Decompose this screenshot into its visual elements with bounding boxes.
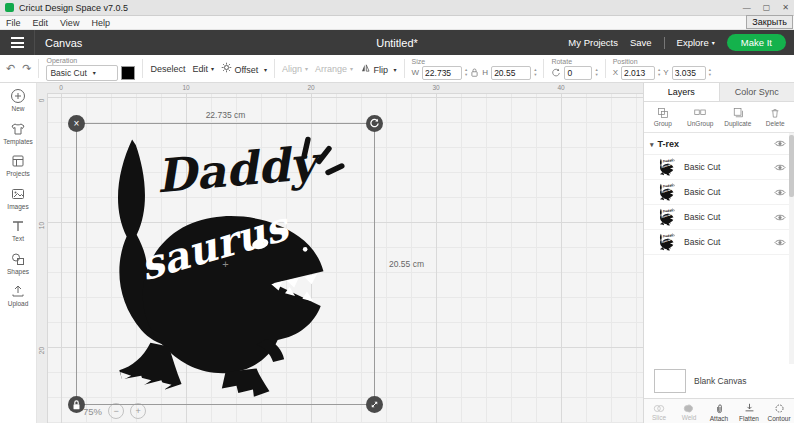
eye-icon[interactable]: [774, 188, 786, 197]
blank-canvas-label: Blank Canvas: [694, 376, 746, 386]
slice-button[interactable]: Slice: [644, 399, 674, 423]
layer-row[interactable]: Basic Cut: [644, 180, 794, 205]
blank-canvas-row[interactable]: Blank Canvas: [644, 364, 794, 398]
scrollbar-thumb[interactable]: [789, 135, 794, 197]
duplicate-button[interactable]: Duplicate: [719, 102, 757, 132]
rotate-handle-icon[interactable]: [366, 115, 383, 132]
design-text-line1: Daddy: [154, 135, 325, 203]
menu-help[interactable]: Help: [91, 18, 110, 28]
menu-bar: File Edit View Help: [0, 16, 794, 30]
y-label: Y: [663, 68, 668, 77]
panel-tabs: Layers Color Sync: [644, 83, 794, 102]
eye-icon[interactable]: [774, 139, 786, 148]
position-label: Position: [613, 58, 711, 65]
menu-edit[interactable]: Edit: [33, 18, 49, 28]
layer-row[interactable]: Basic Cut: [644, 230, 794, 255]
sidebar-item-projects[interactable]: Projects: [0, 153, 36, 177]
delete-handle-icon[interactable]: ×: [68, 115, 85, 132]
contour-button[interactable]: Contour: [764, 399, 794, 423]
arrange-dropdown[interactable]: Arrange: [315, 64, 353, 74]
offset-button[interactable]: Offset: [221, 62, 267, 75]
blank-canvas-swatch[interactable]: [654, 369, 686, 393]
resize-handle-icon[interactable]: [366, 396, 383, 413]
offset-icon: [221, 62, 232, 73]
sidebar-item-shapes[interactable]: Shapes: [0, 251, 36, 275]
zoom-out-icon[interactable]: −: [108, 403, 124, 419]
selection-bounding-box[interactable]: 22.735 cm 20.55 cm: [76, 123, 375, 405]
width-label: W: [412, 68, 420, 77]
document-title: Untitled*: [376, 37, 418, 49]
zoom-controls: 75% − +: [83, 403, 146, 419]
chevron-down-icon[interactable]: [650, 139, 654, 149]
sidebar-item-images[interactable]: Images: [0, 186, 36, 210]
align-dropdown[interactable]: Align: [282, 64, 308, 74]
color-swatch[interactable]: [121, 66, 135, 80]
width-stepper[interactable]: [465, 68, 467, 77]
lock-ratio-icon[interactable]: [470, 67, 479, 78]
deselect-button[interactable]: Deselect: [150, 64, 185, 74]
new-plus-icon: [10, 88, 26, 104]
close-icon[interactable]: ✕: [782, 3, 789, 12]
horizontal-ruler: 0 10 20 30 40: [37, 83, 643, 94]
height-input[interactable]: [491, 66, 531, 80]
ungroup-icon: [694, 107, 706, 119]
sidebar-item-new[interactable]: New: [0, 88, 36, 112]
save-link[interactable]: Save: [630, 37, 652, 48]
zoom-level[interactable]: 75%: [83, 406, 102, 417]
undo-icon[interactable]: ↶: [6, 62, 15, 75]
sidebar-item-text[interactable]: Text: [0, 218, 36, 242]
layer-thumbnail: [656, 183, 678, 201]
minimize-icon[interactable]: —: [743, 3, 751, 12]
design-canvas[interactable]: 0 10 20 30 40 0 10 20 22.735 cm 20.55 cm: [37, 83, 643, 423]
lock-handle-icon[interactable]: [68, 396, 85, 413]
eye-icon[interactable]: [774, 163, 786, 172]
my-projects-link[interactable]: My Projects: [568, 37, 618, 48]
layer-row[interactable]: Basic Cut: [644, 155, 794, 180]
operation-select[interactable]: Basic Cut: [46, 65, 118, 81]
group-button[interactable]: Group: [644, 102, 682, 132]
eye-icon[interactable]: [774, 238, 786, 247]
explore-dropdown[interactable]: Explore: [677, 37, 715, 48]
sidebar-item-upload[interactable]: Upload: [0, 283, 36, 307]
zoom-in-icon[interactable]: +: [130, 403, 146, 419]
height-stepper[interactable]: [534, 68, 536, 77]
title-bar: Cricut Design Space v7.0.5 — ▢ ✕: [0, 0, 794, 16]
x-stepper[interactable]: [658, 68, 660, 77]
edit-dropdown[interactable]: Edit: [192, 64, 214, 74]
rotate-icon: [551, 68, 561, 78]
sidebar-item-templates[interactable]: Templates: [0, 121, 36, 145]
layer-group-name: T-rex: [658, 139, 680, 149]
menu-file[interactable]: File: [6, 18, 21, 28]
make-it-button[interactable]: Make It: [727, 34, 786, 51]
text-icon: [10, 218, 26, 234]
delete-button[interactable]: Delete: [757, 102, 794, 132]
layer-label: Basic Cut: [684, 187, 720, 197]
layers-scrollbar[interactable]: [789, 133, 794, 364]
menu-view[interactable]: View: [60, 18, 79, 28]
shapes-icon: [10, 251, 26, 267]
tab-color-sync[interactable]: Color Sync: [719, 83, 794, 101]
y-input[interactable]: [672, 66, 706, 80]
x-input[interactable]: [621, 66, 655, 80]
flip-dropdown[interactable]: Flip: [360, 63, 397, 75]
eye-icon[interactable]: [774, 213, 786, 222]
redo-icon[interactable]: ↷: [22, 62, 31, 75]
layer-row[interactable]: Basic Cut: [644, 205, 794, 230]
y-stepper[interactable]: [709, 68, 711, 77]
rotate-stepper[interactable]: [595, 68, 597, 77]
layer-group-row[interactable]: T-rex: [644, 133, 794, 155]
edit-toolbar: ↶ ↷ Operation Basic Cut Deselect Edit Of…: [0, 55, 794, 83]
tab-layers[interactable]: Layers: [644, 83, 719, 101]
rotate-label: Rotate: [551, 58, 597, 65]
weld-button[interactable]: Weld: [674, 399, 704, 423]
hamburger-menu-icon[interactable]: [0, 30, 35, 55]
flatten-button[interactable]: Flatten: [734, 399, 764, 423]
ungroup-button[interactable]: UnGroup: [682, 102, 720, 132]
maximize-icon[interactable]: ▢: [763, 3, 771, 12]
rotate-input[interactable]: [564, 66, 592, 80]
width-input[interactable]: [422, 66, 462, 80]
trash-icon: [769, 107, 781, 119]
flatten-icon: [744, 403, 755, 414]
attach-button[interactable]: Attach: [704, 399, 734, 423]
cricut-design-space-window: Cricut Design Space v7.0.5 — ▢ ✕ Закрыть…: [0, 0, 794, 423]
